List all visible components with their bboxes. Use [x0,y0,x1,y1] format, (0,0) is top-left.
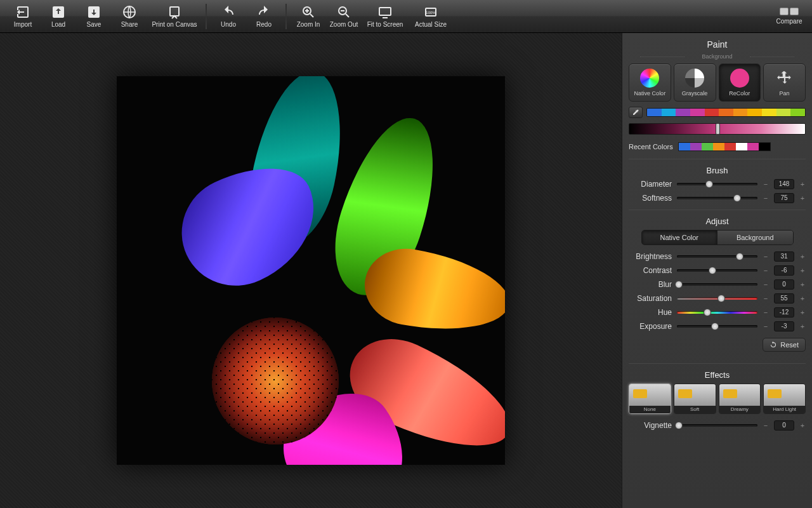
diameter-label: Diameter [629,180,672,189]
exposure-slider[interactable] [677,325,757,328]
recent-swatch[interactable] [736,143,747,150]
load-button[interactable]: Load [41,1,76,32]
mode-native-color[interactable]: Native Color [629,64,671,102]
load-icon [51,4,66,20]
actual-size-button[interactable]: 100%Actual Size [409,1,453,32]
compare-button[interactable]: Compare [771,1,807,32]
palette-swatch[interactable] [662,109,676,116]
diameter-plus[interactable]: + [799,180,806,188]
effect-soft[interactable]: Soft [674,384,716,414]
blur-slider[interactable] [677,283,757,286]
recolor-icon [730,69,749,88]
seg-background[interactable]: Background [717,231,793,244]
brightness-slider[interactable] [677,255,757,258]
grayscale-icon [685,69,704,88]
hue-label: Hue [629,308,672,317]
mode-recolor[interactable]: ReColor [719,64,761,102]
compare-icon [780,8,799,15]
palette-swatch[interactable] [790,109,805,116]
print-canvas-button[interactable]: Print on Canvas [147,1,202,32]
recent-swatch[interactable] [747,143,759,150]
recent-swatch[interactable] [690,143,702,150]
seg-native[interactable]: Native Color [642,231,718,244]
effect-thumb [764,384,805,406]
palette-swatch[interactable] [676,109,690,116]
hue-slider[interactable] [677,311,757,314]
effect-dreamy[interactable]: Dreamy [719,384,761,414]
palette-swatch[interactable] [647,109,662,116]
diameter-minus[interactable]: − [763,180,769,188]
recent-swatch[interactable] [679,143,690,150]
vignette-label: Vignette [629,421,672,430]
effect-none[interactable]: None [629,384,671,414]
exposure-value: -3 [774,321,794,331]
save-button[interactable]: Save [76,1,112,32]
mode-grayscale[interactable]: Grayscale [674,64,716,102]
eyedropper-button[interactable] [629,107,643,118]
zoom-out-button[interactable]: Zoom Out [326,1,362,32]
diameter-slider[interactable] [677,183,757,185]
exposure-label: Exposure [629,322,672,331]
import-button[interactable]: Import [5,1,41,32]
zoom-out-icon [336,4,351,20]
recent-colors-label: Recent Colors [629,143,673,150]
palette-swatch[interactable] [776,109,791,116]
undo-button[interactable]: Undo [211,1,246,32]
palette-swatch[interactable] [747,109,762,116]
effect-thumb [719,384,761,406]
toolbar-separator [206,4,207,29]
effect-thumb [629,384,671,406]
palette-swatch[interactable] [733,109,748,116]
import-icon [15,4,30,20]
recent-colors[interactable] [678,142,771,151]
saturation-label: Saturation [629,294,672,303]
brightness-label: Brightness [629,252,672,261]
toolbar: Import Load Save Share Print on Canvas U… [0,0,812,33]
effects-title: Effects [629,370,806,380]
pan-icon [775,69,794,88]
mode-pan[interactable]: Pan [763,64,806,102]
recent-swatch[interactable] [713,143,724,150]
effect-label: Dreamy [719,406,761,413]
zoom-in-button[interactable]: Zoom In [291,1,326,32]
background-tag: Background [629,53,806,60]
share-button[interactable]: Share [112,1,147,32]
palette-swatch[interactable] [690,109,705,116]
gradient-slider[interactable] [629,123,806,135]
palette-swatch[interactable] [762,109,776,116]
recent-swatch[interactable] [759,143,770,150]
image-canvas[interactable] [117,76,505,465]
recent-swatch[interactable] [702,143,713,150]
globe-icon [122,4,137,20]
recent-swatch[interactable] [724,143,736,150]
fit-screen-button[interactable]: Fit to Screen [362,1,409,32]
contrast-label: Contrast [629,266,672,275]
vignette-value: 0 [774,420,794,431]
effect-hard-light[interactable]: Hard Light [763,384,806,414]
softness-slider[interactable] [677,197,757,199]
redo-icon [256,4,272,20]
eyedropper-icon [632,109,639,116]
canvas-area[interactable] [0,33,622,508]
saturation-value: 55 [774,293,794,304]
palette-swatch[interactable] [705,109,719,116]
softness-minus[interactable]: − [763,194,769,202]
adjust-segment: Native Color Background [641,230,794,245]
palette-swatch[interactable] [719,109,733,116]
svg-text:100%: 100% [426,11,436,15]
reset-button[interactable]: Reset [763,338,806,352]
effect-label: Soft [674,406,716,413]
vignette-slider[interactable] [677,424,757,427]
svg-rect-4 [379,8,391,15]
mode-row: Native Color Grayscale ReColor Pan [629,64,806,102]
effect-label: None [629,406,671,413]
redo-button[interactable]: Redo [246,1,282,32]
contrast-slider[interactable] [677,269,757,272]
actual-size-icon: 100% [423,4,438,20]
saturation-slider[interactable] [677,297,757,300]
gradient-marker[interactable] [716,123,720,135]
color-palette[interactable] [646,108,806,117]
reset-icon [769,341,777,349]
softness-plus[interactable]: + [799,194,806,202]
effects-row: NoneSoftDreamyHard Light [629,384,806,414]
